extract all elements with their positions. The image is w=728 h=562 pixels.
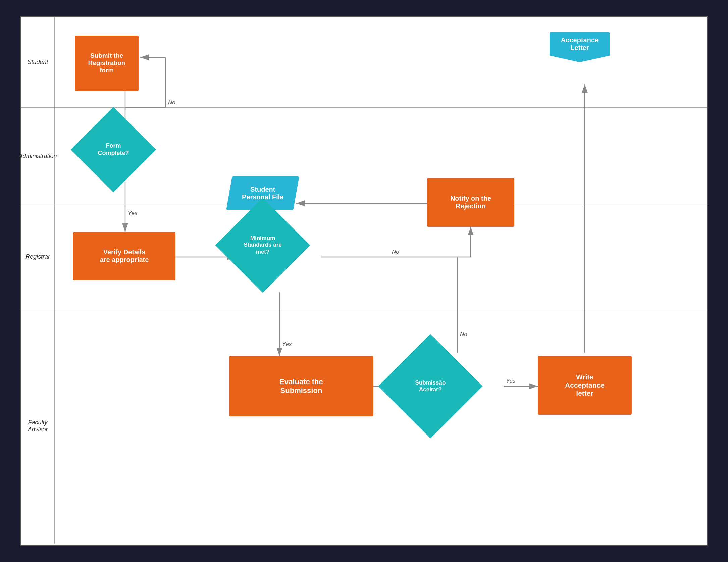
submissao-aceitar-shape: Submissão Aceitar? bbox=[394, 349, 467, 423]
write-acceptance-shape: Write Acceptance letter bbox=[538, 356, 632, 415]
acceptance-letter-shape: Acceptance Letter bbox=[550, 32, 610, 56]
lane-faculty: Faculty Advisor bbox=[21, 309, 707, 544]
form-complete-shape: Form Complete? bbox=[83, 119, 144, 180]
lane-label-admin: Administration bbox=[21, 108, 55, 205]
submit-form-shape: Submit the Registration form bbox=[75, 36, 139, 91]
lane-label-faculty: Faculty Advisor bbox=[21, 309, 55, 544]
diagram-container: Student Administration Registrar Faculty… bbox=[20, 16, 708, 546]
minimum-standards-shape: Minimum Standards are met? bbox=[229, 212, 296, 279]
lane-label-registrar: Registrar bbox=[21, 205, 55, 309]
lane-label-student: Student bbox=[21, 17, 55, 107]
notify-rejection-shape: Notify on the Rejection bbox=[427, 178, 514, 227]
evaluate-submission-shape: Evaluate the Submission bbox=[229, 356, 373, 416]
verify-details-shape: Verify Details are appropriate bbox=[73, 232, 175, 280]
